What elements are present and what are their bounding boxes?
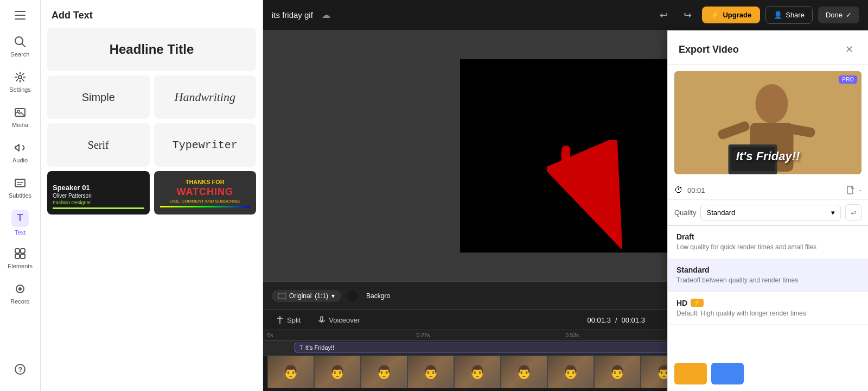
speaker-bar [53,207,144,209]
dropdown-chevron: ▾ [331,292,335,300]
quality-dropdown-list: Draft Low quality for quick render times… [668,226,868,356]
search-icon [13,35,27,49]
preview-badge: PRO [839,75,857,84]
text-style-speaker[interactable]: Speaker 01 Oliver Patterson Fashion Desi… [47,171,150,215]
export-preview: It's Friday!! PRO [674,71,861,174]
main-area: its friday gif ☁ ↩ ↪ ⚡ Upgrade 👤 Share D… [263,0,868,391]
audio-icon [13,141,27,155]
export-close-button[interactable]: ✕ [841,41,857,58]
svg-line-4 [22,43,25,47]
redo-button[interactable]: ↪ [678,6,697,24]
typewriter-label: Typewriter [173,139,238,152]
svg-rect-1 [15,15,25,16]
thanks-top: THANKS FOR [186,179,225,185]
speaker-person: Oliver Patterson [53,193,92,199]
upgrade-label: Upgrade [723,11,751,19]
elements-icon [13,247,27,261]
sidebar-item-audio[interactable]: Audio [1,134,39,169]
text-style-thanks[interactable]: THANKS FOR WATCHING LIKE, COMMENT AND SU… [154,171,257,215]
thanks-bottom: LIKE, COMMENT AND SUBSCRIBE [170,199,240,204]
text-style-headline[interactable]: Headline Title [47,28,256,71]
svg-rect-8 [15,179,25,187]
svg-point-5 [18,75,22,79]
sidebar-item-settings[interactable]: Settings [1,64,39,99]
sidebar-item-subtitles[interactable]: Subtitles [1,169,39,205]
quality-draft-desc: Low quality for quick render times and s… [676,243,859,252]
done-button[interactable]: Done ✓ [818,7,859,23]
sidebar-item-search[interactable]: Search [1,28,39,64]
export-duration: 00:01 [687,186,705,194]
export-title: Export Video [679,44,739,55]
file-dash: - [859,186,861,194]
chevron-down-icon: ▾ [831,209,835,217]
share-button[interactable]: 👤 Share [765,6,813,24]
quality-settings-button[interactable]: ⇌ [845,204,861,220]
simple-label: Simple [82,91,115,104]
text-style-simple[interactable]: Simple [47,75,150,119]
text-style-serif[interactable]: Serif [47,123,150,167]
settings-icon: ⇌ [851,209,857,217]
split-button[interactable]: Split [272,314,305,326]
file-icon [846,186,855,194]
quality-standard-title: Standard [676,266,859,274]
background-color[interactable] [347,291,358,301]
upgrade-button[interactable]: ⚡ Upgrade [702,7,760,23]
sidebar-item-label: Subtitles [9,192,31,199]
sidebar-item-label: Search [11,51,30,58]
voiceover-button[interactable]: Voiceover [314,314,364,326]
quality-option-hd[interactable]: HD ⚡ Default: High quality with longer r… [668,292,868,325]
svg-text:?: ? [18,365,23,374]
speaker-name: Speaker 01 [53,184,90,192]
timeline-total: 00:01.3 [622,316,645,324]
quality-option-standard[interactable]: Standard Tradeoff between quality and re… [668,259,868,292]
ruler-027s: 0.27s [417,332,566,338]
thumbnail-2: 👨 [314,356,361,388]
share-label: Share [786,11,805,19]
help-icon: ? [13,362,27,376]
hamburger-button[interactable] [1,4,39,26]
subscribe-bar [160,206,250,207]
quality-standard-desc: Tradeoff between quality and render time… [676,276,859,285]
subtitles-icon [13,176,27,190]
text-styles-grid: Headline Title Simple Handwriting Serif … [41,28,263,221]
video-canvas [460,59,672,253]
thumbnail-1: 👨 [267,356,314,388]
quality-dropdown[interactable]: Standard ▾ [700,205,841,220]
thumbnail-3: 👨 [361,356,407,388]
record-icon [13,282,27,296]
undo-button[interactable]: ↩ [654,6,673,24]
thanks-main: WATCHING [176,186,233,198]
svg-rect-24 [321,317,323,321]
text-icon: T [11,210,29,227]
sidebar-item-elements[interactable]: Elements [1,240,39,275]
speaker-title: Fashion Designer [53,200,91,205]
sidebar-item-label: Record [10,298,29,305]
svg-point-16 [18,287,22,291]
top-bar-actions: ↩ ↪ ⚡ Upgrade 👤 Share Done ✓ [654,6,859,24]
sidebar-item-help[interactable]: ? [1,351,39,387]
done-label: Done [826,11,843,19]
blue-button[interactable] [711,363,744,384]
export-meta: ⏱ 00:01 - [668,181,868,200]
sidebar-item-text[interactable]: T Text [1,205,39,240]
text-style-typewriter[interactable]: Typewriter [154,123,257,167]
export-preview-video: It's Friday!! PRO [674,71,861,174]
quality-label: Quality [674,209,696,217]
orange-button[interactable] [674,363,707,384]
quality-select-wrapper: Standard ▾ [700,205,841,220]
project-name: its friday gif [272,10,313,20]
share-icon: 👤 [774,11,782,19]
quality-option-draft[interactable]: Draft Low quality for quick render times… [668,226,868,259]
export-header: Export Video ✕ [668,30,868,65]
handwriting-label: Handwriting [175,90,235,104]
text-style-handwriting[interactable]: Handwriting [154,75,257,119]
svg-point-27 [756,84,788,123]
timeline-current: 00:01.3 [588,316,611,324]
quality-hd-title-row: HD ⚡ [676,299,859,307]
svg-rect-2 [15,18,25,20]
sidebar-item-record[interactable]: Record [1,275,39,311]
sidebar-item-label: Elements [8,263,33,269]
sidebar-item-media[interactable]: Media [1,99,39,134]
original-badge[interactable]: Original (1:1) ▾ [272,290,341,302]
split-label: Split [287,316,301,324]
